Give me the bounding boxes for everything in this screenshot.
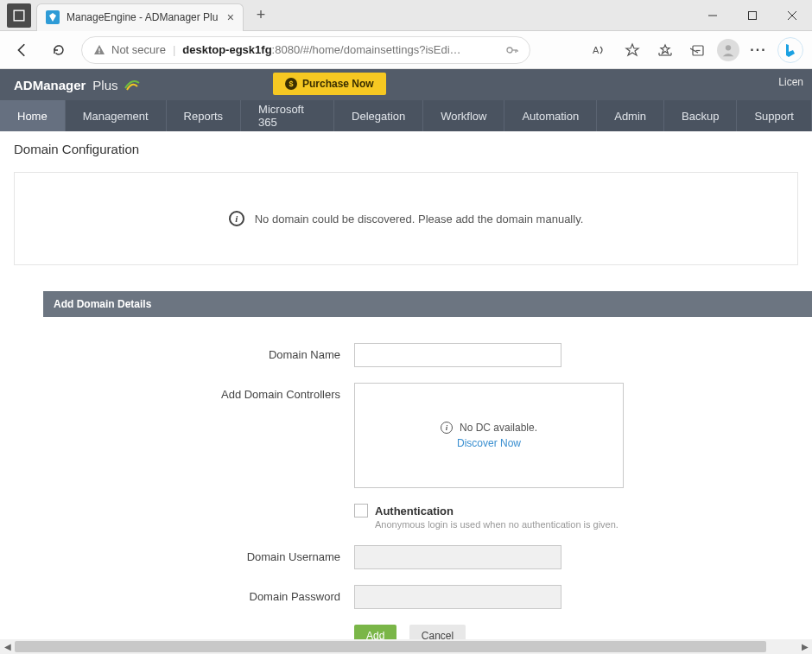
favicon-icon xyxy=(46,10,60,24)
nav-support[interactable]: Support xyxy=(737,100,812,131)
browser-tab[interactable]: ManageEngine - ADManager Plu × xyxy=(36,3,244,31)
horizontal-scrollbar[interactable]: ◀ ▶ xyxy=(0,639,812,654)
bing-chat-icon[interactable] xyxy=(777,37,803,63)
domain-username-input[interactable] xyxy=(354,545,561,569)
favorites-button[interactable] xyxy=(619,36,646,64)
window-minimize-button[interactable] xyxy=(693,0,733,31)
dollar-icon: $ xyxy=(285,78,297,90)
domain-password-input[interactable] xyxy=(354,585,561,609)
row-buttons: Add Cancel xyxy=(43,625,812,639)
tab-close-icon[interactable]: × xyxy=(227,10,234,24)
scroll-track[interactable] xyxy=(15,639,797,654)
app-logo[interactable]: ADManager Plus xyxy=(14,76,141,93)
app-nav: Home Management Reports Microsoft 365 De… xyxy=(0,100,812,131)
svg-rect-6 xyxy=(98,52,99,53)
tab-well: ManageEngine - ADManager Plu × + xyxy=(0,0,273,30)
back-button[interactable] xyxy=(9,36,36,64)
address-separator: | xyxy=(173,43,175,56)
logo-plus-text: Plus xyxy=(92,78,117,92)
svg-text:A: A xyxy=(593,45,599,55)
label-add-dc: Add Domain Controllers xyxy=(43,383,354,401)
logo-swirl-icon xyxy=(124,76,141,93)
row-username: Domain Username xyxy=(43,545,812,569)
url-text: desktop-egsk1fg:8080/#/home/domainsettin… xyxy=(182,43,498,56)
new-tab-button[interactable]: + xyxy=(249,3,273,28)
password-key-icon[interactable] xyxy=(505,43,519,57)
alert-message: No domain could be discovered. Please ad… xyxy=(255,213,584,225)
svg-rect-5 xyxy=(98,48,99,52)
label-password: Domain Password xyxy=(43,585,354,603)
warning-icon xyxy=(92,43,106,57)
more-options-button[interactable]: ··· xyxy=(745,36,772,64)
discover-now-link[interactable]: Discover Now xyxy=(457,437,521,449)
window-titlebar: ManageEngine - ADManager Plu × + xyxy=(0,0,812,31)
security-label: Not secure xyxy=(111,43,166,56)
app-viewport: ADManager Plus $ Purchase Now Licen Home… xyxy=(0,69,812,639)
favorites-bar-button[interactable] xyxy=(651,36,679,64)
nav-management[interactable]: Management xyxy=(66,100,167,131)
refresh-button[interactable] xyxy=(45,36,73,64)
label-domain-name: Domain Name xyxy=(43,343,354,361)
no-dc-label: No DC available. xyxy=(460,422,537,434)
info-icon: i xyxy=(229,211,244,226)
svg-point-18 xyxy=(726,45,731,50)
read-aloud-button[interactable]: A xyxy=(586,36,613,64)
label-empty xyxy=(43,504,354,509)
row-password: Domain Password xyxy=(43,585,812,609)
window-controls xyxy=(693,0,812,31)
tab-title: ManageEngine - ADManager Plu xyxy=(67,11,220,23)
window-maximize-button[interactable] xyxy=(733,0,772,31)
panel-title: Add Domain Details xyxy=(43,291,812,317)
row-authentication: Authentication Anonymous login is used w… xyxy=(43,504,812,530)
authentication-hint: Anonymous login is used when no authenti… xyxy=(375,519,619,530)
address-bar[interactable]: Not secure | desktop-egsk1fg:8080/#/home… xyxy=(81,36,530,64)
authentication-label: Authentication xyxy=(375,505,454,517)
page-title: Domain Configuration xyxy=(0,142,812,165)
purchase-label: Purchase Now xyxy=(302,78,374,90)
app-header: ADManager Plus $ Purchase Now Licen xyxy=(0,69,812,100)
nav-delegation[interactable]: Delegation xyxy=(334,100,423,131)
svg-rect-2 xyxy=(749,11,757,19)
row-domain-name: Domain Name xyxy=(43,343,812,367)
collections-button[interactable] xyxy=(684,36,712,64)
profile-avatar[interactable] xyxy=(717,39,739,61)
logo-text: ADManager xyxy=(14,78,86,92)
add-button[interactable]: Add xyxy=(354,625,396,639)
tab-actions-icon[interactable] xyxy=(7,3,31,28)
domain-name-input[interactable] xyxy=(354,343,561,367)
nav-microsoft365[interactable]: Microsoft 365 xyxy=(241,100,334,131)
info-icon: i xyxy=(441,422,453,434)
purchase-now-button[interactable]: $ Purchase Now xyxy=(273,73,386,95)
cancel-button[interactable]: Cancel xyxy=(409,625,466,639)
authentication-checkbox[interactable] xyxy=(354,504,368,517)
scroll-left-icon[interactable]: ◀ xyxy=(0,639,15,654)
add-domain-panel: Add Domain Details Domain Name Add Domai… xyxy=(43,291,812,639)
scroll-thumb[interactable] xyxy=(15,641,766,652)
security-indicator[interactable]: Not secure xyxy=(92,43,166,57)
nav-reports[interactable]: Reports xyxy=(167,100,242,131)
discovery-alert: i No domain could be discovered. Please … xyxy=(14,172,798,265)
browser-toolbar: Not secure | desktop-egsk1fg:8080/#/home… xyxy=(0,31,812,69)
panel-body: Domain Name Add Domain Controllers i No … xyxy=(43,317,812,639)
dc-list-box: i No DC available. Discover Now xyxy=(354,383,624,488)
license-link[interactable]: Licen xyxy=(778,76,803,88)
svg-point-7 xyxy=(507,48,512,53)
row-add-dc: Add Domain Controllers i No DC available… xyxy=(43,383,812,488)
nav-automation[interactable]: Automation xyxy=(504,100,597,131)
svg-rect-0 xyxy=(14,10,24,21)
window-close-button[interactable] xyxy=(772,0,812,31)
scroll-right-icon[interactable]: ▶ xyxy=(797,639,812,654)
nav-admin[interactable]: Admin xyxy=(597,100,664,131)
nav-home[interactable]: Home xyxy=(0,100,66,131)
nav-backup[interactable]: Backup xyxy=(664,100,737,131)
label-username: Domain Username xyxy=(43,545,354,563)
page-body: Domain Configuration i No domain could b… xyxy=(0,131,812,639)
nav-workflow[interactable]: Workflow xyxy=(423,100,504,131)
